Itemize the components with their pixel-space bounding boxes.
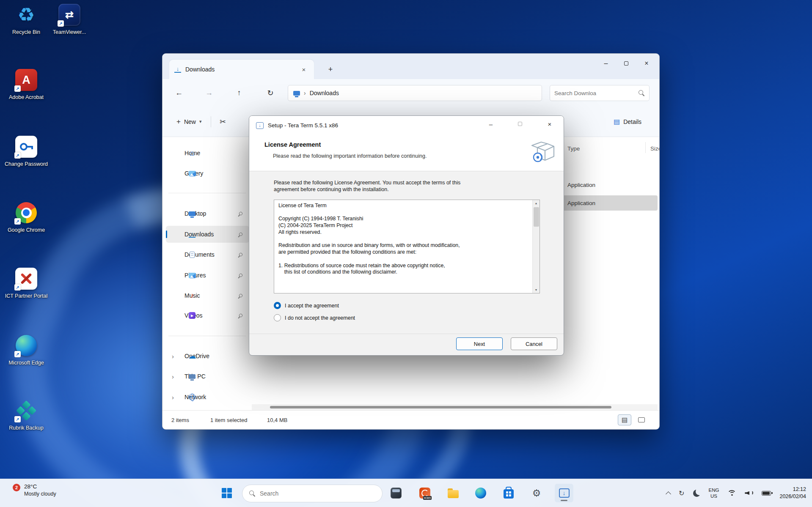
decline-agreement-option[interactable]: I do not accept the agreement [274, 314, 355, 321]
battery-icon[interactable] [762, 491, 771, 496]
volume-icon[interactable] [745, 490, 753, 496]
new-tab-button[interactable]: + [324, 63, 337, 76]
window-minimize-button[interactable]: – [596, 55, 616, 72]
videos-icon: ▶ [188, 311, 196, 320]
license-scrollbar[interactable]: ▲ ▼ [532, 200, 539, 293]
sidebar-item-videos[interactable]: ▶ Videos [166, 307, 249, 324]
cancel-button[interactable]: Cancel [511, 337, 557, 350]
search-input[interactable] [554, 90, 639, 96]
thumbnail-view-icon [638, 417, 645, 422]
sidebar-item-home[interactable]: ⌂ Home [166, 145, 249, 162]
taskbar-installer-active[interactable]: ↓ [555, 484, 573, 502]
dialog-maximize-button[interactable] [510, 116, 530, 132]
address-bar[interactable]: › Downloads [288, 85, 542, 101]
taskbar-store[interactable] [499, 484, 518, 502]
desktop-icon-adobe-acrobat[interactable]: A ↗ Adobe Acrobat [4, 68, 48, 101]
window-close-button[interactable]: × [636, 55, 657, 72]
column-header-size[interactable]: Size [650, 143, 659, 154]
next-button[interactable]: Next [456, 337, 503, 350]
expand-chevron-icon[interactable]: › [172, 373, 174, 380]
details-pane-icon: ▤ [614, 118, 620, 126]
search-box[interactable] [550, 85, 650, 101]
up-icon[interactable]: ↑ [232, 86, 246, 100]
license-text-box[interactable]: License of Tera Term Copyright (C) 1994-… [274, 200, 540, 293]
details-button-label: Details [623, 118, 641, 125]
wifi-icon[interactable] [727, 490, 736, 496]
tab-title: Downloads [185, 66, 295, 73]
tray-time: 12:12 [779, 486, 806, 493]
toolbar-divider [211, 116, 211, 127]
taskbar-app-window[interactable] [387, 484, 405, 502]
taskbar-file-explorer[interactable] [444, 484, 462, 502]
tab-close-icon[interactable]: × [299, 64, 309, 74]
sidebar-item-music[interactable]: ♪ Music [166, 287, 249, 304]
weather-widget[interactable]: 2 28°C Mostly cloudy [13, 483, 56, 497]
horizontal-scrollbar[interactable] [252, 404, 658, 410]
taskbar-search[interactable] [242, 485, 383, 502]
forward-icon[interactable]: → [202, 86, 216, 100]
accept-agreement-option[interactable]: I accept the agreement [274, 302, 339, 309]
desktop-icon-teamviewer[interactable]: ⇄ ↗ TeamViewer... [47, 3, 91, 36]
weather-temp: 28°C [24, 483, 56, 490]
tab-downloads[interactable]: ↓ Downloads × [169, 60, 314, 79]
language-switcher[interactable]: ENG US [709, 487, 719, 499]
store-icon [504, 489, 514, 499]
taskbar-edge[interactable] [471, 484, 490, 502]
back-icon[interactable]: ← [172, 86, 186, 100]
radio-unselected-icon[interactable] [274, 314, 281, 321]
sidebar-item-this-pc[interactable]: › This PC [166, 368, 249, 385]
sidebar-item-gallery[interactable]: Gallery [166, 165, 249, 182]
details-button[interactable]: ▤ Details [608, 113, 647, 130]
windows-logo-icon [222, 488, 232, 498]
desktop-icon-change-password[interactable]: ↗ Change Password [4, 134, 48, 168]
system-tray: ↻ ENG US 12:12 2026/02/04 [666, 479, 806, 507]
expand-chevron-icon[interactable]: › [172, 394, 174, 401]
clock[interactable]: 12:12 2026/02/04 [779, 486, 806, 500]
desktop-icon-ict-partner-portal[interactable]: ↗ ICT Partner Portal [4, 266, 48, 300]
sidebar-item-network[interactable]: › Network [166, 389, 249, 406]
pin-icon [238, 232, 243, 236]
radio-selected-icon[interactable] [274, 302, 281, 309]
shortcut-arrow-icon: ↗ [14, 218, 21, 225]
sidebar-item-documents[interactable]: Documents [166, 246, 249, 263]
focus-assist-icon[interactable] [693, 490, 700, 497]
desktop-icon-label: TeamViewer... [53, 29, 86, 36]
desktop-icon-microsoft-edge[interactable]: ↗ Microsoft Edge [4, 333, 48, 367]
sidebar-item-downloads[interactable]: ↓ Downloads [166, 226, 249, 243]
window-maximize-button[interactable] [616, 55, 636, 72]
taskbar-search-input[interactable] [260, 490, 375, 497]
sidebar-item-onedrive[interactable]: › ☁ OneDrive [166, 348, 249, 364]
license-text: License of Tera Term Copyright (C) 1994-… [278, 203, 529, 291]
taskbar-settings[interactable]: ⚙ [527, 484, 546, 502]
breadcrumb[interactable]: Downloads [310, 90, 339, 96]
expand-chevron-icon[interactable]: › [172, 353, 174, 360]
shortcut-arrow-icon: ↗ [14, 152, 21, 159]
desktop-icon-recycle-bin[interactable]: ♻ Recycle Bin [4, 3, 48, 36]
update-icon[interactable]: ↻ [679, 489, 684, 497]
new-button[interactable]: + New ▾ [171, 113, 206, 130]
desktop-icon-rubrik-backup[interactable]: ↗ Rubrik Backup [4, 398, 48, 432]
desktop-icon-label: Google Chrome [8, 227, 45, 234]
dialog-close-button[interactable]: × [540, 116, 559, 132]
taskbar-m365[interactable]: M365 [416, 484, 434, 502]
refresh-icon[interactable]: ↻ [263, 86, 278, 100]
scroll-up-icon[interactable]: ▲ [535, 200, 538, 206]
details-view-toggle[interactable]: ▤ [618, 414, 631, 425]
sidebar-item-pictures[interactable]: Pictures [166, 267, 249, 284]
column-header-type[interactable]: Type [567, 143, 580, 154]
column-separator[interactable] [645, 142, 646, 153]
desktop-folder-icon [188, 209, 196, 218]
radio-label[interactable]: I accept the agreement [285, 303, 339, 309]
desktop-icon-google-chrome[interactable]: ↗ Google Chrome [4, 200, 48, 234]
start-button[interactable] [217, 484, 236, 502]
cut-icon[interactable]: ✂ [215, 115, 230, 129]
scroll-down-icon[interactable]: ▼ [535, 287, 538, 293]
hidden-icons-chevron[interactable] [666, 491, 671, 497]
sidebar-item-desktop[interactable]: Desktop [166, 205, 249, 222]
scrollbar-thumb[interactable] [270, 406, 611, 408]
dialog-heading: License Agreement [264, 141, 321, 148]
radio-label[interactable]: I do not accept the agreement [285, 315, 355, 321]
dialog-minimize-button[interactable]: – [481, 116, 501, 132]
large-icons-view-toggle[interactable] [635, 414, 648, 425]
scrollbar-thumb[interactable] [534, 207, 539, 227]
